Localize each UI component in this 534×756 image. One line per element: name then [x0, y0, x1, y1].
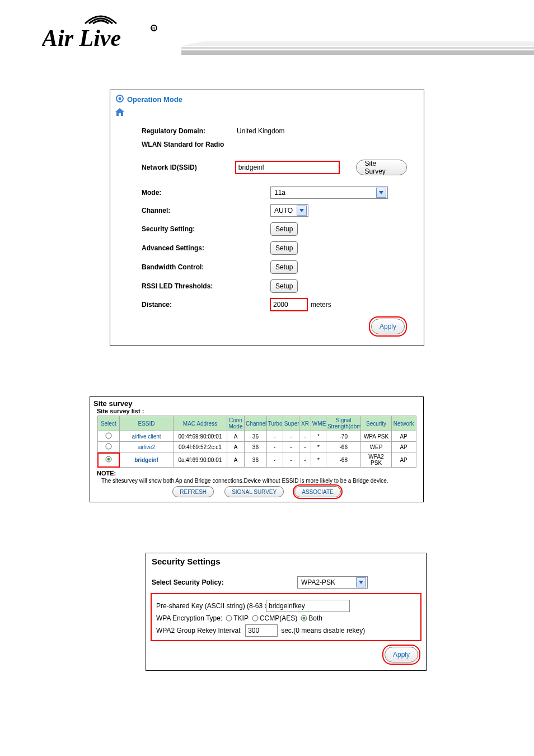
row-select-cell[interactable] [97, 452, 120, 468]
cell-turbo: - [266, 452, 283, 468]
cell-signal: -66 [326, 442, 361, 452]
cell-net: AP [391, 452, 416, 468]
row-select-cell[interactable] [97, 442, 120, 452]
col-super: Super [283, 416, 299, 431]
cell-xr: - [299, 452, 311, 468]
cell-conn: A [227, 431, 244, 442]
header-ribbon [181, 39, 534, 62]
home-icon[interactable] [115, 108, 125, 118]
svg-marker-15 [359, 581, 363, 584]
cell-chan: 36 [245, 442, 267, 452]
apply-highlight: Apply [369, 316, 407, 337]
security-policy-label: Select Security Policy: [152, 578, 252, 586]
cell-wme: * [311, 442, 326, 452]
advanced-setup-button[interactable]: Setup [270, 241, 298, 255]
wlan-standard-label: WLAN Standard for Radio [142, 141, 237, 148]
ccmp-radio-label: CCMP(AES) [260, 614, 297, 622]
table-row: airlive client00:4f:69:90:00:01A36---*-7… [97, 431, 416, 442]
ccmp-radio[interactable]: CCMP(AES) [252, 614, 297, 622]
table-row: airlive200:4f:69:52:2c:c1A36---*-66WEPAP [97, 442, 416, 452]
security-setup-button[interactable]: Setup [270, 222, 298, 236]
svg-point-12 [106, 444, 111, 449]
svg-text:Air Live: Air Live [42, 25, 121, 51]
cell-conn: A [227, 442, 244, 452]
channel-label: Channel: [142, 207, 237, 214]
channel-select-value: AUTO [274, 205, 293, 216]
reg-domain-value: United Kingdom [237, 127, 284, 135]
distance-input[interactable] [270, 298, 307, 311]
security-settings-title: Security Settings [152, 557, 420, 566]
rekey-label: WPA2 Group Rekey Interval: [156, 627, 242, 634]
tkip-radio[interactable]: TKIP [226, 614, 249, 622]
channel-select[interactable]: AUTO [270, 204, 308, 217]
col-wme: WME [311, 416, 326, 431]
rssi-setup-button[interactable]: Setup [270, 279, 298, 293]
associate-button[interactable]: ASSOCIATE [294, 486, 341, 497]
col-select: Select [97, 416, 120, 431]
cell-xr: - [299, 442, 311, 452]
svg-marker-5 [181, 41, 534, 46]
cell-xr: - [299, 431, 311, 442]
ssid-input[interactable] [236, 161, 340, 174]
cell-super: - [283, 442, 299, 452]
security-setting-label: Security Setting: [142, 225, 237, 233]
signal-survey-button[interactable]: SIGNAL SURVEY [224, 486, 284, 497]
cell-sec: WPA2 PSK [361, 452, 391, 468]
cell-mac: 00:4f:69:90:00:01 [173, 431, 227, 442]
operation-mode-panel: Operation Mode Regulatory Domain: United… [110, 90, 424, 346]
site-survey-button[interactable]: Site Survey [356, 160, 407, 175]
svg-point-11 [106, 433, 111, 438]
cell-essid: airlive2 [120, 442, 174, 452]
bandwidth-setup-button[interactable]: Setup [270, 260, 298, 274]
svg-point-19 [303, 617, 306, 620]
chevron-down-icon [376, 188, 386, 198]
bullet-icon [116, 95, 124, 104]
security-settings-panel: Security Settings Select Security Policy… [146, 553, 427, 671]
svg-point-14 [107, 458, 110, 461]
both-radio[interactable]: Both [301, 614, 322, 622]
note-label: NOTE: [90, 468, 423, 478]
svg-marker-4 [181, 50, 534, 55]
svg-point-17 [252, 615, 258, 621]
col-xr: XR [299, 416, 311, 431]
panel-title: Operation Mode [127, 95, 182, 104]
apply-highlight: Apply [382, 645, 420, 665]
encryption-type-label: WPA Encryption Type: [156, 614, 222, 622]
col-channel: Channel [245, 416, 267, 431]
rekey-input[interactable] [245, 624, 278, 637]
cell-wme: * [311, 452, 326, 468]
cell-wme: * [311, 431, 326, 442]
cell-conn: A [227, 452, 244, 468]
refresh-button[interactable]: REFRESH [172, 486, 214, 497]
site-survey-panel: Site survey Site survey list : Select ES… [90, 396, 424, 502]
reg-domain-label: Regulatory Domain: [142, 127, 237, 135]
distance-label: Distance: [142, 301, 237, 309]
site-survey-subtitle: Site survey list : [90, 408, 423, 414]
svg-point-7 [119, 97, 121, 100]
cell-super: - [283, 452, 299, 468]
note-text: The sitesurvey will show both Ap and Bri… [90, 478, 423, 486]
cell-essid: airlive client [120, 431, 174, 442]
cell-net: AP [391, 431, 416, 442]
security-policy-select[interactable]: WPA2-PSK [297, 576, 368, 589]
cell-chan: 36 [245, 431, 267, 442]
both-radio-label: Both [308, 614, 322, 622]
row-select-cell[interactable] [97, 431, 120, 442]
svg-marker-10 [299, 209, 304, 212]
mode-select[interactable]: 11a [270, 186, 388, 199]
cell-chan: 36 [245, 452, 267, 468]
security-apply-button[interactable]: Apply [385, 647, 418, 662]
cell-sec: WPA PSK [361, 431, 391, 442]
bandwidth-control-label: Bandwidth Control: [142, 263, 237, 271]
tkip-radio-label: TKIP [233, 614, 249, 622]
col-turbo: Turbo [266, 416, 283, 431]
ssid-label: Network ID(SSID) [142, 164, 236, 171]
mode-select-value: 11a [274, 187, 285, 198]
chevron-down-icon [356, 577, 366, 587]
cell-turbo: - [266, 431, 283, 442]
col-network: Network [391, 416, 416, 431]
psk-input[interactable] [266, 600, 350, 612]
rekey-suffix: sec.(0 means disable rekey) [281, 627, 365, 634]
security-policy-value: WPA2-PSK [301, 577, 335, 588]
apply-button[interactable]: Apply [371, 319, 405, 334]
